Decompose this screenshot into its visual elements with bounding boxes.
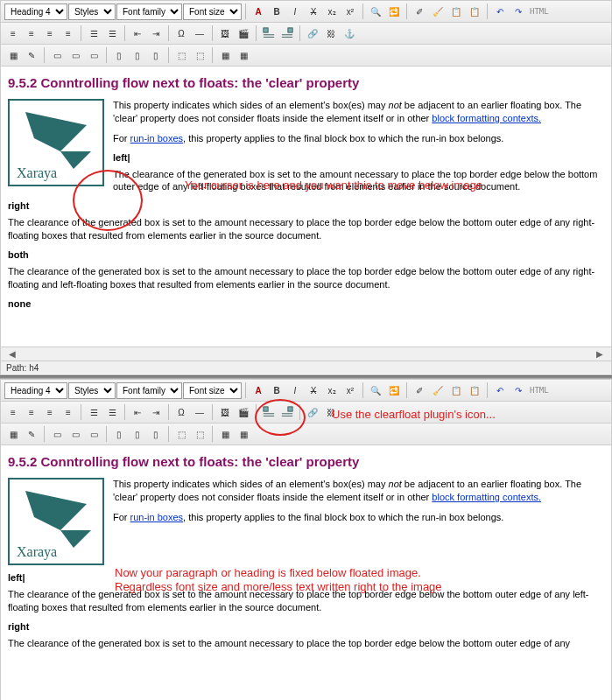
indent-button-b[interactable]: ⇥ [147,403,165,421]
link-bfc-b[interactable]: block formatting contexts. [432,492,541,502]
row-props-button[interactable]: ▦ [235,46,252,64]
outdent-button-b[interactable]: ⇤ [129,403,146,421]
clearfloat-right-button[interactable] [278,24,296,42]
clearfloat-left-button[interactable] [260,24,278,42]
row-delete-button-b[interactable]: ▭ [85,425,102,443]
split-button-b[interactable]: ⬚ [191,425,208,443]
forecolor-button[interactable]: A [250,3,267,20]
link-bfc[interactable]: block formatting contexts. [432,113,541,123]
media-button[interactable]: 🎬 [235,24,252,42]
italic-button-b[interactable]: I [286,382,304,399]
strike-button-b[interactable]: X [305,382,322,399]
sub-button[interactable]: x₂ [323,3,341,20]
styles-select[interactable]: Styles [68,4,116,20]
align-center-button[interactable]: ≡ [23,24,40,42]
align-justify-button[interactable]: ≡ [60,24,77,42]
cell-props-button[interactable]: ▦ [216,46,234,64]
edit-button[interactable]: ✎ [23,46,40,64]
editor-content-b[interactable]: 9.5.2 Conntrolling flow next to floats: … [1,445,611,700]
sup-button[interactable]: x² [341,3,359,20]
cleanup-button[interactable]: 🧹 [429,3,447,20]
replace-button-b[interactable]: 🔁 [385,382,403,399]
align-center-button-b[interactable]: ≡ [23,403,40,421]
paste-button[interactable]: 📋 [447,3,465,20]
link-button-b[interactable]: 🔗 [304,403,321,421]
link-runin-b[interactable]: run-in boxes [130,512,184,522]
scroll-right-icon[interactable]: ▶ [594,349,606,359]
split-button[interactable]: ⬚ [191,46,208,64]
fontfamily-select-b[interactable]: Font family [116,382,182,399]
editor-content[interactable]: 9.5.2 Conntrolling flow next to floats: … [1,66,611,346]
col-delete-button[interactable]: ▯ [147,46,165,64]
col-after-button-b[interactable]: ▯ [129,425,146,443]
redo-button[interactable]: ↷ [510,3,527,20]
anchor-button[interactable]: ⚓ [341,24,358,42]
sup-button-b[interactable]: x² [341,382,359,399]
align-left-button[interactable]: ≡ [4,24,22,42]
merge-button[interactable]: ⬚ [172,46,190,64]
undo-button[interactable]: ↶ [491,3,509,20]
pastetext-button[interactable]: 📋 [466,3,483,20]
bold-button[interactable]: B [268,3,285,20]
charmap-button[interactable]: Ω [172,24,190,42]
bold-button-b[interactable]: B [268,382,285,399]
table-button-b[interactable]: ▦ [4,425,22,443]
removeformat-button[interactable]: ✐ [411,3,428,20]
fontsize-select-b[interactable]: Font size [183,382,242,399]
replace-button[interactable]: 🔁 [385,3,403,20]
merge-button-b[interactable]: ⬚ [172,425,190,443]
scroll-left-icon[interactable]: ◀ [6,349,18,359]
indent-button[interactable]: ⇥ [147,24,165,42]
forecolor-button-b[interactable]: A [250,382,267,399]
undo-button-b[interactable]: ↶ [491,382,509,399]
row-before-button[interactable]: ▭ [48,46,66,64]
numlist-button-b[interactable]: ☰ [103,403,121,421]
unlink-button[interactable]: ⛓ [322,24,340,42]
row-after-button-b[interactable]: ▭ [67,425,84,443]
row-before-button-b[interactable]: ▭ [48,425,66,443]
styles-select-b[interactable]: Styles [68,382,116,399]
strike-button[interactable]: X [305,3,322,20]
align-left-button-b[interactable]: ≡ [4,403,22,421]
outdent-button[interactable]: ⇤ [129,24,146,42]
find-button-b[interactable]: 🔍 [367,382,384,399]
clearfloat-right-button-b[interactable] [278,403,296,421]
numlist-button[interactable]: ☰ [103,24,121,42]
align-right-button[interactable]: ≡ [41,24,59,42]
image-button[interactable]: 🖼 [216,24,234,42]
pastetext-button-b[interactable]: 📋 [466,382,483,399]
fontfamily-select[interactable]: Font family [116,4,182,20]
row-props-button-b[interactable]: ▦ [235,425,252,443]
sub-button-b[interactable]: x₂ [323,382,341,399]
align-justify-button-b[interactable]: ≡ [60,403,77,421]
col-before-button-b[interactable]: ▯ [110,425,128,443]
redo-button-b[interactable]: ↷ [510,382,527,399]
find-button[interactable]: 🔍 [367,3,384,20]
clearfloat-left-button-b[interactable] [260,403,278,421]
hr-button-b[interactable]: ― [191,403,208,421]
row-delete-button[interactable]: ▭ [85,46,102,64]
col-after-button[interactable]: ▯ [129,46,146,64]
charmap-button-b[interactable]: Ω [172,403,190,421]
align-right-button-b[interactable]: ≡ [41,403,59,421]
hr-button[interactable]: ― [191,24,208,42]
link-button[interactable]: 🔗 [304,24,321,42]
removeformat-button-b[interactable]: ✐ [411,382,428,399]
html-button[interactable]: HTML [528,7,551,16]
unlink-button-b[interactable]: ⛓ [322,403,340,421]
italic-button[interactable]: I [286,3,304,20]
format-select[interactable]: Heading 4 [4,4,67,20]
row-after-button[interactable]: ▭ [67,46,84,64]
cleanup-button-b[interactable]: 🧹 [429,382,447,399]
html-button-b[interactable]: HTML [528,386,551,395]
link-runin[interactable]: run-in boxes [130,133,184,144]
fontsize-select[interactable]: Font size [183,4,242,20]
edit-button-b[interactable]: ✎ [23,425,40,443]
paste-button-b[interactable]: 📋 [447,382,465,399]
bullist-button-b[interactable]: ☰ [85,403,102,421]
media-button-b[interactable]: 🎬 [235,403,252,421]
cell-props-button-b[interactable]: ▦ [216,425,234,443]
col-delete-button-b[interactable]: ▯ [147,425,165,443]
format-select-b[interactable]: Heading 4 [4,382,67,399]
bullist-button[interactable]: ☰ [85,24,102,42]
